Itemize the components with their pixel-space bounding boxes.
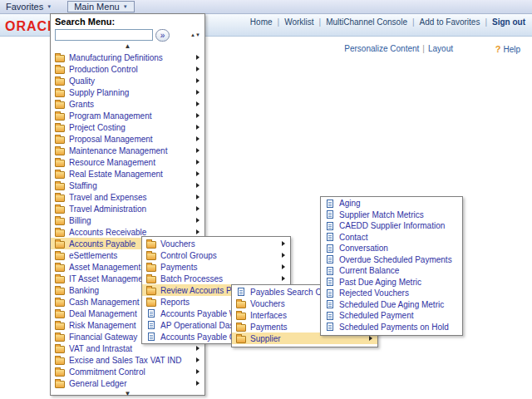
page-icon [148,309,155,318]
submenu-arrow-icon [196,369,200,374]
menu-item[interactable]: Scheduled Payment [321,310,462,322]
page-icon [327,210,333,219]
menu-item[interactable]: Control Groups [142,249,290,261]
menu-item[interactable]: General Ledger [51,377,204,389]
menu-item-label: Commitment Control [69,367,196,377]
page-icon [327,278,333,286]
folder-icon [55,334,65,342]
submenu-arrow-icon [196,113,200,118]
page-icon [327,244,333,253]
folder-icon [146,299,156,307]
menu-item[interactable]: Batch Processes [142,273,290,284]
menu-item[interactable]: Commitment Control [51,366,204,377]
folder-icon [55,113,65,121]
menu-item[interactable]: Travel and Expenses [51,191,204,203]
folder-icon [55,241,65,249]
nav-worklist[interactable]: Worklist [284,17,313,27]
folder-icon [146,288,156,295]
menu-item[interactable]: Conversation [321,243,462,254]
submenu-arrow-icon [196,160,200,165]
submenu-arrow-icon [196,66,200,71]
menu-item[interactable]: Program Management [51,110,204,121]
header-nav: Home | Worklist | MultiChannel Console |… [250,17,525,27]
menu-item-label: Staffing [69,181,196,190]
main-menu-button[interactable]: Main Menu ▼ [67,1,134,12]
menu-item[interactable]: Resource Management [51,156,204,168]
folder-icon [55,206,65,214]
menu-item-label: Production Control [69,65,196,74]
menu-scroll-control[interactable]: ▲▼ [190,28,200,42]
search-input[interactable] [55,29,153,41]
submenu-arrow-icon [196,101,200,106]
folder-icon [55,160,65,167]
search-go-button[interactable]: » [155,29,170,42]
submenu-arrow-icon [196,381,200,386]
menu-item-label: Past Due Aging Metric [339,278,454,287]
main-menu-label: Main Menu [74,2,119,12]
folder-icon [146,253,156,260]
menu-item[interactable]: Manufacturing Definitions [51,52,204,63]
help-label: Help [503,45,520,54]
menu-item[interactable]: Rejected Vouchers [321,288,462,299]
search-menu-label: Search Menu: [55,17,200,27]
menu-item[interactable]: Quality [51,75,204,86]
menu-item[interactable]: Travel Administration [51,203,204,214]
favorites-menu-button[interactable]: Favorites ▼ [0,1,57,12]
menu-item[interactable]: Maintenance Management [51,145,204,156]
menu-item[interactable]: Excise and Sales Tax VAT IND [51,354,204,366]
menu-item[interactable]: Contact [321,232,462,244]
menu-item-label: Manufacturing Definitions [69,53,196,62]
submenu-arrow-icon [282,241,285,246]
nav-add-to-favorites[interactable]: Add to Favorites [420,17,480,27]
folder-icon [55,148,65,155]
menu-item[interactable]: Payments [142,261,290,273]
folder-icon [55,381,65,388]
menu-item[interactable]: CAEDD Supplier Information [321,220,462,232]
menu-item[interactable]: Aging [321,198,462,209]
folder-icon [55,323,65,330]
submenu-arrow-icon [196,55,200,60]
menu-item-label: Control Groups [160,251,282,260]
menu-item[interactable]: Current Balance [321,265,462,277]
nav-separator: | [319,17,322,27]
menu-scroll-down[interactable]: ▼ [51,390,204,398]
menu-item[interactable]: Scheduled Due Aging Metric [321,299,462,311]
nav-multichannel-console[interactable]: MultiChannel Console [326,17,407,27]
menu-item[interactable]: Real Estate Management [51,168,204,180]
folder-icon [55,66,65,74]
menu-item[interactable]: VAT and Intrastat [51,342,204,354]
menu-item[interactable]: Grants [51,98,204,110]
menu-item-label: Batch Processes [160,274,282,283]
menu-item-label: Travel and Expenses [69,193,196,202]
page-icon [327,323,333,331]
supplier-list: Aging Supplier Match Metrics CAEDD Suppl… [321,197,462,333]
folder-icon [55,90,65,97]
menu-item[interactable]: Scheduled Payments on Hold [321,322,462,333]
menu-item[interactable]: Vouchers [142,238,290,249]
layout-link[interactable]: Layout [428,44,453,53]
menu-item-label: Contact [339,233,454,242]
menu-scroll-up[interactable]: ▲ [51,42,204,51]
menu-item[interactable]: Production Control [51,63,204,75]
menu-item[interactable]: Proposal Management [51,133,204,145]
menu-item[interactable]: Supply Planning [51,86,204,98]
sign-out-link[interactable]: Sign out [492,17,525,27]
nav-separator: | [278,17,280,27]
menu-item[interactable]: Billing [51,214,204,226]
menu-item[interactable]: Staffing [51,180,204,191]
page-icon [148,332,155,341]
menu-item[interactable]: Supplier Match Metrics [321,209,462,221]
menu-item[interactable]: Past Due Aging Metric [321,277,462,288]
submenu-arrow-icon [282,276,285,281]
menu-item[interactable]: Overdue Scheduled Payments [321,254,462,266]
nav-home[interactable]: Home [250,17,273,27]
folder-icon [55,55,65,62]
submenu-arrow-icon [282,264,285,269]
personalize-content-link[interactable]: Personalize Content [344,44,419,53]
menu-item-label: Accounts Receivable [69,228,196,237]
help-link[interactable]: ? Help [495,44,520,54]
folder-icon [55,136,65,144]
folder-icon [55,218,65,225]
page-icon [327,233,333,241]
menu-item[interactable]: Project Costing [51,121,204,133]
